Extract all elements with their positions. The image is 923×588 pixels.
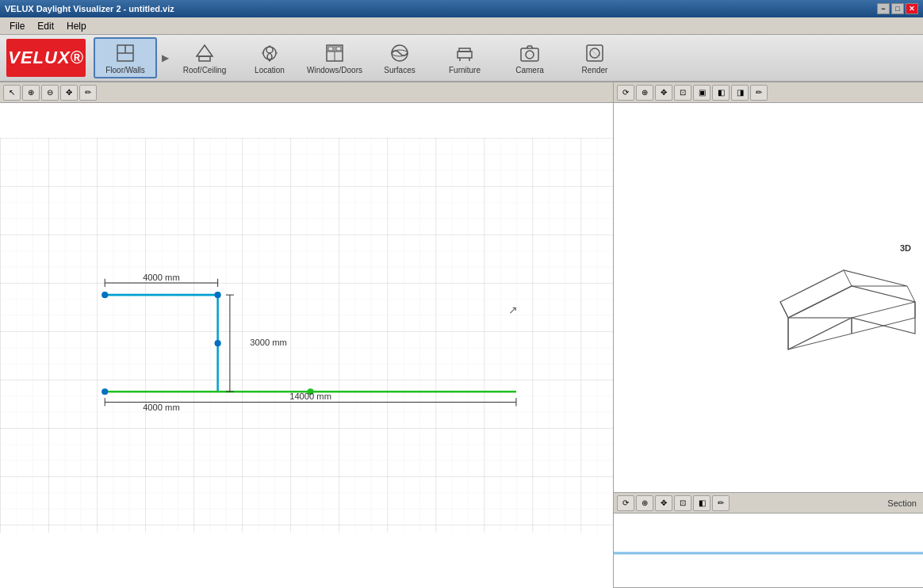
- section-toolbar: ⟳ ⊕ ✥ ⊡ ◧ ✏ Section: [614, 493, 923, 514]
- svg-marker-3: [197, 45, 213, 56]
- tab-surfaces[interactable]: Surfaces: [368, 37, 431, 78]
- 3d-front-tool[interactable]: ▣: [693, 85, 710, 101]
- section-panel: ⟳ ⊕ ✥ ⊡ ◧ ✏ Section: [614, 493, 923, 588]
- view3d-canvas: 3D: [614, 103, 923, 493]
- svg-rect-18: [458, 52, 472, 58]
- menu-help[interactable]: Help: [60, 19, 93, 33]
- svg-rect-4: [199, 56, 210, 61]
- tab-furniture-label: Furniture: [449, 66, 481, 74]
- location-icon: [259, 42, 281, 64]
- svg-rect-19: [459, 48, 470, 52]
- sec-pan-tool[interactable]: ✥: [655, 495, 672, 511]
- svg-rect-15: [336, 47, 341, 51]
- sec-side-tool[interactable]: ◧: [693, 495, 710, 511]
- section-toolbar-tools: ⟳ ⊕ ✥ ⊡ ◧ ✏: [617, 495, 730, 511]
- tab-floor-walls[interactable]: Floor/Walls: [94, 37, 157, 78]
- sec-fit-tool[interactable]: ⊡: [674, 495, 691, 511]
- windows-doors-icon: [324, 42, 346, 64]
- svg-rect-27: [0, 138, 613, 533]
- 3d-orbit-tool[interactable]: ⟳: [617, 85, 634, 101]
- menu-file[interactable]: File: [3, 19, 31, 33]
- dim-vert-text: 3000 mm: [250, 338, 287, 347]
- close-button[interactable]: ✕: [906, 3, 918, 14]
- cp-mid-right[interactable]: [215, 340, 221, 346]
- 3d-top-tool[interactable]: ◨: [731, 85, 749, 101]
- dim-total-text: 14000 mm: [289, 391, 331, 401]
- tab-furniture[interactable]: Furniture: [433, 37, 496, 78]
- titlebar: VELUX Daylight Visualizer 2 - untitled.v…: [0, 0, 923, 17]
- 3d-measure-tool[interactable]: ✏: [750, 85, 768, 101]
- tab-camera-label: Camera: [515, 66, 544, 74]
- tab-render[interactable]: Render: [563, 37, 626, 78]
- tab-location[interactable]: Location: [238, 37, 301, 78]
- tab-surfaces-label: Surfaces: [384, 66, 415, 74]
- surfaces-icon: [389, 42, 411, 64]
- svg-rect-37: [614, 514, 923, 588]
- toolbar: VELUX® Floor/Walls ▶ Roof/Ceiling Locati…: [0, 35, 923, 82]
- menu-edit[interactable]: Edit: [31, 19, 60, 33]
- minimize-button[interactable]: −: [877, 3, 890, 14]
- tab-floor-walls-label: Floor/Walls: [105, 66, 145, 74]
- roof-ceiling-icon: [193, 42, 216, 64]
- 3d-zoom-tool[interactable]: ⊕: [636, 85, 653, 101]
- section-label: Section: [887, 498, 920, 508]
- svg-rect-28: [614, 239, 923, 377]
- cursor-indicator: ↗: [508, 304, 518, 316]
- main-area: ↖ ⊕ ⊖ ✥ ✏: [0, 82, 923, 588]
- view3d-panel: ⟳ ⊕ ✥ ⊡ ▣ ◧ ◨ ✏: [614, 82, 923, 493]
- tab-roof-ceiling-label: Roof/Ceiling: [183, 66, 226, 74]
- tab-windows-doors[interactable]: Windows/Doors: [303, 37, 366, 78]
- svg-point-23: [526, 51, 534, 59]
- menubar: File Edit Help: [0, 17, 923, 35]
- titlebar-controls: − □ ✕: [877, 3, 918, 14]
- floor-walls-icon: [114, 42, 136, 64]
- toolbar-scroll-right[interactable]: ▶: [159, 37, 171, 78]
- 3d-side-tool[interactable]: ◧: [712, 85, 730, 101]
- velux-logo: VELUX®: [6, 39, 86, 77]
- sec-orbit-tool[interactable]: ⟳: [617, 495, 634, 511]
- svg-rect-14: [328, 47, 333, 51]
- cp-bottom-left[interactable]: [101, 388, 108, 395]
- sec-zoom-tool[interactable]: ⊕: [636, 495, 653, 511]
- render-icon: [584, 42, 606, 64]
- dim-top-text: 4000 mm: [143, 273, 180, 282]
- sec-measure-tool[interactable]: ✏: [712, 495, 730, 511]
- tab-location-label: Location: [255, 66, 285, 74]
- cp-top-left[interactable]: [101, 292, 108, 298]
- tab-windows-doors-label: Windows/Doors: [307, 66, 362, 74]
- view3d-toolbar: ⟳ ⊕ ✥ ⊡ ▣ ◧ ◨ ✏: [614, 82, 923, 103]
- section-canvas: [614, 514, 923, 588]
- tab-roof-ceiling[interactable]: Roof/Ceiling: [173, 37, 236, 78]
- floorplan-panel: ↖ ⊕ ⊖ ✥ ✏: [0, 82, 614, 588]
- view3d-label-text: 3D: [900, 243, 911, 253]
- floorplan-canvas[interactable]: 4000 mm 3000 mm 4000 mm 14000 mm ↗: [0, 82, 613, 588]
- title-text: VELUX Daylight Visualizer 2 - untitled.v…: [5, 4, 174, 13]
- 3d-pan-tool[interactable]: ✥: [655, 85, 672, 101]
- dim-bottom-left-text: 4000 mm: [143, 403, 180, 412]
- cp-top-right[interactable]: [215, 292, 221, 298]
- right-panel: ⟳ ⊕ ✥ ⊡ ▣ ◧ ◨ ✏: [614, 82, 923, 588]
- camera-icon: [519, 42, 541, 64]
- maximize-button[interactable]: □: [891, 3, 904, 14]
- furniture-icon: [454, 42, 476, 64]
- 3d-fit-tool[interactable]: ⊡: [674, 85, 691, 101]
- tab-camera[interactable]: Camera: [498, 37, 561, 78]
- tab-render-label: Render: [582, 66, 608, 74]
